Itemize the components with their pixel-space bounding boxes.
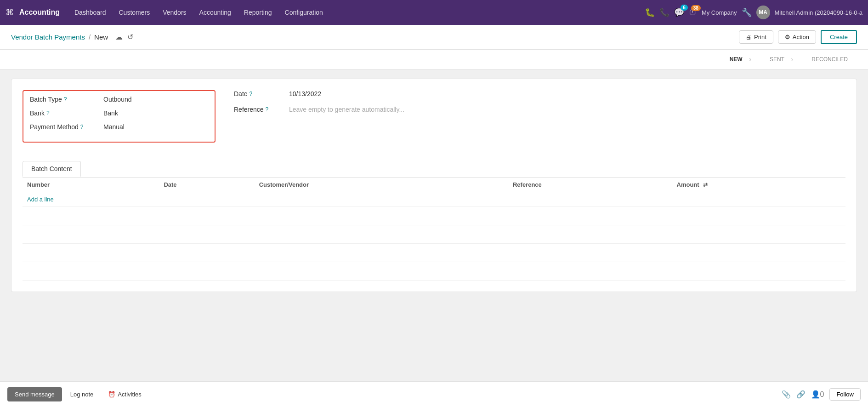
bank-help-icon[interactable]: ?	[46, 110, 50, 116]
breadcrumb-icons: ☁ ↺	[115, 33, 133, 41]
bank-value[interactable]: Bank	[103, 109, 118, 117]
date-label: Date ?	[234, 90, 289, 97]
log-note-button[interactable]: Log note	[64, 387, 100, 401]
form-card: Batch Type ? Outbound Bank ? Bank	[11, 79, 857, 292]
send-message-button[interactable]: Send message	[7, 387, 62, 401]
printer-icon: 🖨	[746, 34, 752, 40]
batch-type-label: Batch Type ?	[30, 96, 103, 103]
date-field: Date ? 10/13/2022	[234, 90, 845, 97]
timer-icon[interactable]: ⏱ 38	[689, 8, 697, 17]
col-number: Number	[23, 178, 159, 192]
chat-badge: 6	[681, 5, 688, 11]
chat-icon[interactable]: 💬 6	[674, 7, 684, 17]
add-line-button[interactable]: Add a line	[27, 196, 54, 203]
create-button[interactable]: Create	[821, 30, 857, 44]
nav-configuration[interactable]: Configuration	[279, 6, 329, 19]
link-icon[interactable]: 🔗	[796, 390, 806, 399]
breadcrumb-bar: Vendor Batch Payments / New ☁ ↺ 🖨 Print …	[0, 25, 868, 50]
brand-title[interactable]: Accounting	[19, 8, 60, 17]
batch-type-field: Batch Type ? Outbound	[30, 96, 208, 103]
payment-method-label: Payment Method ?	[30, 123, 103, 131]
breadcrumb-separator: /	[89, 33, 91, 41]
nav-customers[interactable]: Customers	[113, 6, 156, 19]
clock-icon: ⏰	[108, 391, 115, 398]
bank-label: Bank ?	[30, 109, 103, 117]
print-button[interactable]: 🖨 Print	[739, 30, 773, 44]
payment-method-field: Payment Method ? Manual	[30, 123, 208, 131]
attachment-icon[interactable]: 📎	[782, 390, 791, 399]
tools-icon[interactable]: 🔧	[742, 7, 752, 17]
form-left: Batch Type ? Outbound Bank ? Bank	[23, 90, 216, 152]
batch-content-table: Number Date Customer/Vendor Reference Am…	[23, 178, 845, 281]
tabs-bar: Batch Content	[23, 161, 845, 178]
sort-icon[interactable]: ⇄	[703, 182, 708, 188]
col-customer-vendor: Customer/Vendor	[255, 178, 508, 192]
reference-input[interactable]: Leave empty to generate automatically...	[289, 106, 404, 113]
company-name[interactable]: My Company	[702, 9, 737, 16]
outlined-fields: Batch Type ? Outbound Bank ? Bank	[23, 90, 216, 143]
col-reference: Reference	[508, 178, 672, 192]
batch-type-help-icon[interactable]: ?	[64, 96, 67, 103]
payment-method-help-icon[interactable]: ?	[80, 124, 84, 130]
date-help-icon[interactable]: ?	[250, 91, 253, 97]
empty-row-2	[23, 225, 845, 244]
date-value[interactable]: 10/13/2022	[289, 90, 321, 97]
grid-icon[interactable]: ⌘	[6, 7, 14, 17]
bank-field: Bank ? Bank	[30, 109, 208, 117]
batch-type-value[interactable]: Outbound	[103, 96, 132, 103]
follow-button[interactable]: Follow	[829, 388, 861, 401]
followers-icon[interactable]: 👤0	[811, 390, 824, 399]
col-date: Date	[159, 178, 254, 192]
cloud-upload-icon[interactable]: ☁	[115, 33, 123, 41]
status-bar: NEW › SENT › RECONCILED	[0, 50, 868, 69]
nav-reporting[interactable]: Reporting	[238, 6, 278, 19]
tab-batch-content[interactable]: Batch Content	[23, 161, 81, 177]
col-amount: Amount ⇄	[672, 178, 846, 192]
top-navigation: ⌘ Accounting Dashboard Customers Vendors…	[0, 0, 868, 25]
reference-field: Reference ? Leave empty to generate auto…	[234, 106, 845, 113]
phone-icon[interactable]: 📞	[659, 7, 669, 17]
user-name: Mitchell Admin (20204090-16-0-a	[775, 9, 863, 16]
form-row: Batch Type ? Outbound Bank ? Bank	[23, 90, 845, 152]
breadcrumb-parent[interactable]: Vendor Batch Payments	[11, 33, 85, 41]
empty-row-1	[23, 207, 845, 225]
status-new[interactable]: NEW ›	[720, 53, 760, 65]
nav-accounting[interactable]: Accounting	[194, 6, 237, 19]
bug-icon[interactable]: 🐛	[645, 7, 655, 17]
topnav-actions: 🐛 📞 💬 6 ⏱ 38 My Company 🔧 MA Mitchell Ad…	[645, 6, 862, 19]
status-reconciled[interactable]: RECONCILED	[802, 54, 857, 64]
timer-badge: 38	[691, 5, 701, 11]
avatar[interactable]: MA	[756, 6, 770, 19]
chatter-actions: 📎 🔗 👤0 Follow	[782, 388, 861, 401]
form-right: Date ? 10/13/2022 Reference ? Leave empt…	[234, 90, 845, 152]
nav-vendors[interactable]: Vendors	[157, 6, 192, 19]
add-line-row: Add a line	[23, 192, 845, 207]
refresh-icon[interactable]: ↺	[127, 33, 133, 41]
payment-method-value[interactable]: Manual	[103, 123, 125, 131]
nav-dashboard[interactable]: Dashboard	[69, 6, 112, 19]
reference-help-icon[interactable]: ?	[266, 106, 269, 113]
main-content: Batch Type ? Outbound Bank ? Bank	[0, 69, 868, 381]
status-sent[interactable]: SENT ›	[760, 53, 802, 65]
chatter-bar: Send message Log note ⏰ Activities 📎 🔗 👤…	[0, 381, 868, 407]
breadcrumb-current: New	[94, 33, 108, 41]
action-button[interactable]: ⚙ Action	[778, 30, 816, 44]
header-actions: 🖨 Print ⚙ Action Create	[739, 30, 857, 44]
gear-icon: ⚙	[785, 34, 790, 40]
empty-row-4	[23, 262, 845, 281]
reference-label: Reference ?	[234, 106, 289, 113]
empty-row-3	[23, 244, 845, 262]
activities-button[interactable]: ⏰ Activities	[102, 387, 148, 401]
